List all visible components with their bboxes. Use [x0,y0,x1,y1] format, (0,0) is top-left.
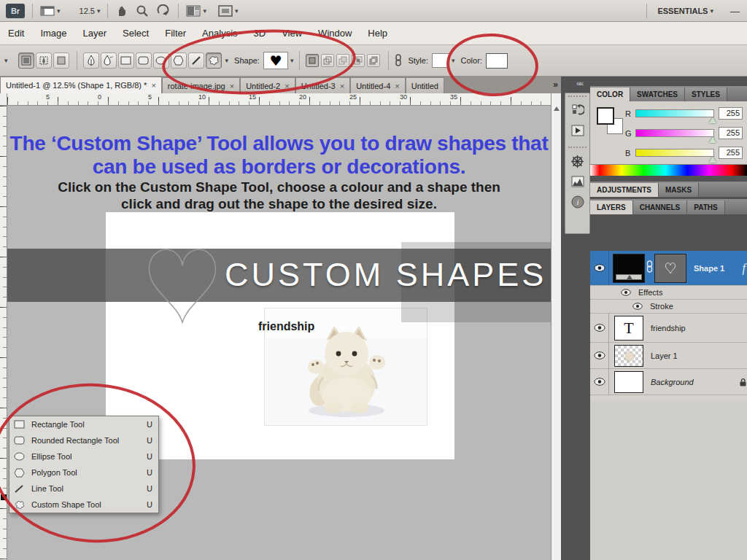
visibility-toggle[interactable] [590,343,609,368]
layer-row-stroke[interactable]: Stroke [590,300,747,314]
layer-row-layer-1[interactable]: Layer 1 [590,343,747,369]
tool-preset-dropdown-icon[interactable]: ▾ [4,57,8,64]
collapse-panels-icon[interactable]: «« [576,79,582,88]
horizontal-ruler[interactable]: 5 0 5 10 15 20 25 30 35 [7,93,551,106]
document-canvas[interactable]: The ‘Custom Shape’ Tool allows you to dr… [7,106,551,560]
tab-channels[interactable]: CHANNELS [633,201,688,214]
canvas-scrollbar[interactable] [551,93,561,560]
info-panel-icon[interactable]: i [565,192,589,212]
color-swatch[interactable] [486,53,508,69]
tab-overflow-icon[interactable]: » [553,79,558,90]
ellipse-tool-button[interactable] [153,52,169,69]
hand-tool-icon[interactable] [115,3,128,19]
chevron-down-icon[interactable]: ▾ [57,7,61,15]
layer-effects-label[interactable]: Effects [638,288,662,297]
text-layer-thumbnail[interactable]: T [614,316,643,341]
layer-row-shape-1[interactable]: Shape 1 f [590,251,747,286]
green-channel-slider[interactable] [635,129,714,137]
intersect-shape-area-button[interactable] [352,54,365,67]
layer-row-friendship[interactable]: T friendship [590,314,747,343]
menu-item-ellipse-tool[interactable]: Ellipse Tool U [9,448,158,464]
chevron-down-icon[interactable]: ▾ [97,7,101,15]
menu-view[interactable]: View [274,28,310,39]
menu-item-rounded-rectangle-tool[interactable]: Rounded Rectangle Tool U [9,432,158,448]
heart-shape-outline[interactable] [139,241,226,330]
close-icon[interactable]: × [230,82,234,90]
history-panel-icon[interactable] [565,100,589,120]
tab-untitled-2[interactable]: Untitled-2 × [240,77,295,93]
foreground-color-swatch[interactable] [597,107,614,125]
link-icon[interactable] [395,52,402,69]
layer-row-background[interactable]: Background [590,369,747,395]
menu-analysis[interactable]: Analysis [194,28,245,39]
menu-layer[interactable]: Layer [75,28,115,39]
visibility-toggle[interactable] [632,303,643,310]
layer-name[interactable]: friendship [651,324,686,332]
tab-layers[interactable]: LAYERS [590,201,633,214]
menu-image[interactable]: Image [32,28,74,39]
create-shape-layer-button[interactable] [306,54,319,67]
pen-tool-button[interactable] [83,52,99,69]
exclude-shape-area-button[interactable] [367,54,380,67]
close-icon[interactable]: × [151,81,155,90]
tab-untitled-4[interactable]: Untitled-4 × [350,77,406,93]
stroke-effect-label[interactable]: Stroke [650,302,673,311]
layer-thumbnail[interactable] [613,254,645,283]
grip-handle[interactable] [568,96,587,98]
freeform-pen-tool-button[interactable] [101,52,117,69]
color-spectrum-ramp[interactable] [590,164,747,176]
tab-color[interactable]: COLOR [590,88,630,101]
tab-paths[interactable]: PATHS [687,201,724,214]
menu-item-line-tool[interactable]: Line Tool U [9,481,158,497]
menu-edit[interactable]: Edit [0,28,32,39]
layer-name[interactable]: Layer 1 [651,351,678,360]
red-channel-slider[interactable] [635,109,714,117]
tab-masks[interactable]: MASKS [659,183,699,197]
layer-row-effects[interactable]: Effects [590,286,747,300]
arrange-documents-icon[interactable] [186,3,201,19]
tab-untitled-3[interactable]: Untitled-3 × [295,77,351,93]
tab-swatches[interactable]: SWATCHES [630,88,685,101]
grip-handle[interactable] [568,147,587,149]
slider-handle-icon[interactable] [709,117,716,123]
menu-item-custom-shape-tool[interactable]: Custom Shape Tool U [9,497,158,513]
actions-panel-icon[interactable] [565,120,589,141]
image-layer-thumbnail[interactable] [614,345,643,367]
menu-window[interactable]: Window [310,28,360,39]
tab-rotate-image[interactable]: rotate image.jpg × [162,77,240,93]
chevron-down-icon[interactable]: ▾ [203,7,206,15]
view-extras-icon[interactable] [40,3,55,19]
zoom-level-field[interactable]: 12.5 [80,7,95,15]
visibility-toggle[interactable] [590,251,609,285]
blue-value-field[interactable]: 255 [719,147,743,159]
shape-tools-dropdown-icon[interactable]: ▾ [225,57,229,64]
custom-shape-tool-button[interactable] [206,52,222,69]
menu-item-polygon-tool[interactable]: Polygon Tool U [9,464,158,481]
paths-button[interactable] [36,52,52,69]
rectangle-tool-button[interactable] [118,52,134,69]
zoom-tool-icon[interactable] [136,3,149,19]
shape-layers-button[interactable] [18,52,34,69]
close-icon[interactable]: × [285,82,289,90]
close-icon[interactable]: × [340,82,344,90]
menu-item-rectangle-tool[interactable]: Rectangle Tool U [9,416,158,432]
green-value-field[interactable]: 255 [719,127,743,139]
tab-untitled-5[interactable]: Untitled [406,77,444,93]
close-icon[interactable]: × [395,82,399,90]
workspace-switcher[interactable]: ESSENTIALS ▾ [646,0,713,22]
navigator-panel-icon[interactable] [565,151,589,171]
bridge-button[interactable]: Br [6,4,25,18]
blue-channel-slider[interactable] [635,149,714,157]
screen-mode-icon[interactable] [218,3,233,19]
fx-icon[interactable]: f [743,262,746,275]
layer-name[interactable]: Shape 1 [694,264,724,273]
line-tool-button[interactable] [188,52,204,69]
fill-pixels-button[interactable] [53,52,69,69]
rotate-view-icon[interactable] [156,3,171,19]
menu-select[interactable]: Select [115,28,157,39]
slider-handle-icon[interactable] [709,157,716,163]
vector-mask-thumbnail[interactable] [654,254,686,283]
menu-help[interactable]: Help [360,28,395,39]
minimize-button[interactable]: — [730,0,740,22]
scroll-up-icon[interactable] [554,106,560,111]
